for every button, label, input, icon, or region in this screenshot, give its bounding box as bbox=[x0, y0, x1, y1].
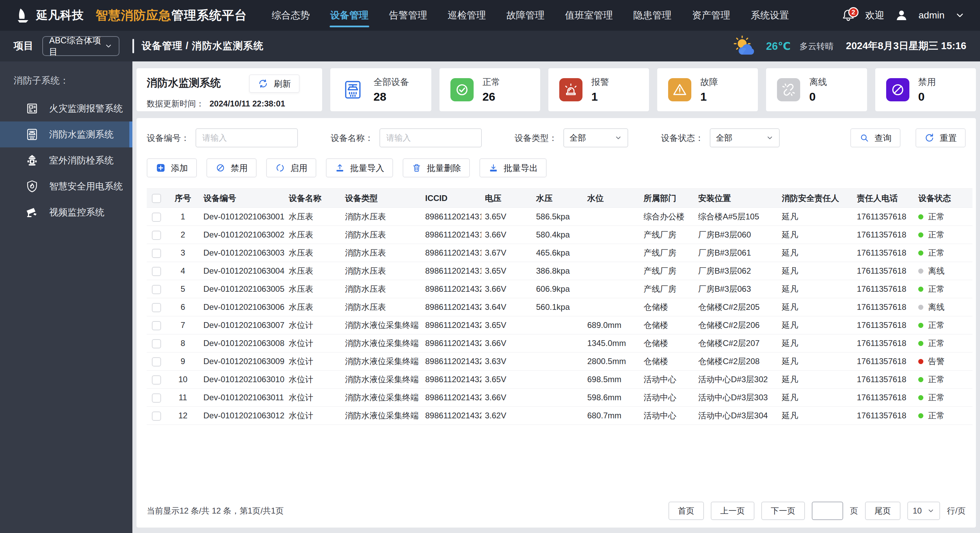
last-page-button[interactable]: 尾页 bbox=[865, 501, 900, 520]
cell-code: Dev-01012021063010 bbox=[200, 371, 285, 389]
user-menu-chevron-down-icon[interactable] bbox=[955, 10, 965, 21]
cell-phone: 17611357618 bbox=[853, 389, 915, 407]
search-button[interactable]: 查询 bbox=[850, 128, 900, 147]
nav-item-overview[interactable]: 综合态势 bbox=[271, 5, 310, 25]
cell-dept: 仓储楼 bbox=[640, 334, 695, 353]
company-logo-icon bbox=[15, 7, 32, 24]
project-select[interactable]: ABC综合体项目 bbox=[42, 36, 119, 56]
cell-name: 水位计 bbox=[285, 316, 342, 334]
row-checkbox[interactable] bbox=[152, 375, 161, 385]
cell-code: Dev-01012021063005 bbox=[200, 280, 285, 298]
nav-item-hazard[interactable]: 隐患管理 bbox=[633, 5, 672, 25]
user-avatar-icon[interactable] bbox=[895, 8, 908, 22]
ban-outline-icon bbox=[215, 163, 226, 173]
chevron-down-icon bbox=[614, 134, 622, 142]
status-text: 正常 bbox=[928, 284, 945, 293]
sidebar-item-electric-safety[interactable]: 智慧安全用电系统 bbox=[0, 173, 132, 199]
device-no-input[interactable] bbox=[196, 128, 298, 147]
cell-type: 消防水压表 bbox=[342, 280, 422, 298]
row-checkbox[interactable] bbox=[152, 321, 161, 330]
sidebar-item-water-monitor[interactable]: 消防水监测系统 bbox=[0, 121, 132, 147]
select-all-checkbox[interactable] bbox=[152, 194, 161, 203]
shower-device-icon bbox=[342, 79, 364, 101]
cell-level: 598.6mm bbox=[584, 389, 640, 407]
row-checkbox[interactable] bbox=[152, 285, 161, 294]
row-checkbox[interactable] bbox=[152, 339, 161, 348]
nav-item-fault[interactable]: 故障管理 bbox=[506, 5, 545, 25]
body-row: 消防子系统： 火灾监测报警系统消防水监测系统室外消防栓系统智慧安全用电系统视频监… bbox=[0, 61, 980, 533]
nav-item-inspection[interactable]: 巡检管理 bbox=[447, 5, 487, 25]
cell-phone: 17611357618 bbox=[853, 353, 915, 371]
page-number-input[interactable] bbox=[812, 501, 843, 520]
batch-import-button[interactable]: 批量导入 bbox=[326, 158, 393, 177]
sidebar-item-label: 室外消防栓系统 bbox=[49, 154, 114, 167]
cell-dept: 仓储楼 bbox=[640, 298, 695, 316]
cell-type: 消防水液位采集终端 bbox=[342, 334, 422, 353]
cell-voltage: 3.65V bbox=[482, 262, 533, 280]
sidebar-item-fire-alarm[interactable]: 火灾监测报警系统 bbox=[0, 95, 132, 121]
notification-bell-icon[interactable]: 2 bbox=[842, 8, 855, 22]
status-text: 告警 bbox=[928, 356, 945, 366]
device-status-select[interactable]: 全部 bbox=[710, 128, 780, 147]
disable-button[interactable]: 禁用 bbox=[207, 158, 256, 177]
cell-type: 消防水压表 bbox=[342, 298, 422, 316]
device-name-input[interactable] bbox=[379, 128, 482, 147]
batch-export-button[interactable]: 批量导出 bbox=[479, 158, 547, 177]
cell-location: 厂房B#3层060 bbox=[695, 226, 778, 244]
first-page-button[interactable]: 首页 bbox=[668, 501, 704, 520]
check-circle-icon bbox=[454, 82, 470, 98]
row-checkbox[interactable] bbox=[152, 267, 161, 276]
platform-title-highlight: 智慧消防应急 bbox=[95, 8, 171, 22]
row-checkbox[interactable] bbox=[152, 412, 161, 421]
temperature: 26℃ bbox=[766, 40, 791, 53]
cell-phone: 17611357618 bbox=[853, 371, 915, 389]
nav-item-device[interactable]: 设备管理 bbox=[329, 5, 369, 25]
device-type-select[interactable]: 全部 bbox=[563, 128, 628, 147]
cell-no: 1 bbox=[166, 208, 200, 226]
company-name: 延凡科技 bbox=[36, 8, 84, 23]
row-checkbox[interactable] bbox=[152, 231, 161, 240]
nav-item-duty[interactable]: 值班室管理 bbox=[565, 5, 614, 25]
cell-code: Dev-01012021063012 bbox=[200, 407, 285, 425]
add-button[interactable]: 添加 bbox=[147, 158, 197, 177]
cell-level bbox=[584, 280, 640, 298]
row-checkbox[interactable] bbox=[152, 249, 161, 258]
status-text: 正常 bbox=[928, 212, 945, 221]
row-checkbox[interactable] bbox=[152, 357, 161, 366]
status-dot bbox=[918, 250, 923, 256]
table-row: 9Dev-01012021063009水位计消防水液位采集终端898611202… bbox=[147, 353, 972, 371]
cell-dept: 产线厂房 bbox=[640, 226, 695, 244]
refresh-label: 刷新 bbox=[274, 78, 291, 89]
sidebar-item-video[interactable]: 视频监控系统 bbox=[0, 199, 132, 225]
status-dot bbox=[918, 395, 923, 400]
cell-voltage: 3.62V bbox=[482, 407, 533, 425]
page-size-select[interactable]: 10 bbox=[907, 501, 940, 520]
nav-item-settings[interactable]: 系统设置 bbox=[750, 5, 790, 25]
cell-iccid: 89861120214319 bbox=[422, 262, 482, 280]
reset-button[interactable]: 重置 bbox=[915, 128, 966, 147]
cell-location: 仓储楼C#2层206 bbox=[695, 316, 778, 334]
row-checkbox[interactable] bbox=[152, 393, 161, 403]
next-page-button[interactable]: 下一页 bbox=[761, 501, 805, 520]
nav-item-asset[interactable]: 资产管理 bbox=[691, 5, 731, 25]
prev-page-button[interactable]: 上一页 bbox=[711, 501, 754, 520]
cell-code: Dev-01012021063002 bbox=[200, 226, 285, 244]
cell-pressure bbox=[533, 407, 584, 425]
cell-status: 离线 bbox=[915, 298, 972, 316]
search-icon bbox=[859, 133, 869, 143]
nav-item-alarm[interactable]: 告警管理 bbox=[388, 5, 428, 25]
warning-triangle-icon bbox=[672, 82, 687, 98]
sidebar-item-hydrant[interactable]: 室外消防栓系统 bbox=[0, 147, 132, 173]
stat-value: 0 bbox=[809, 90, 827, 103]
row-checkbox[interactable] bbox=[152, 213, 161, 222]
sun-cloud-weather-icon bbox=[732, 35, 759, 57]
refresh-button[interactable]: 刷新 bbox=[249, 75, 300, 93]
enable-button[interactable]: 启用 bbox=[266, 158, 316, 177]
cell-level: 698.5mm bbox=[584, 371, 640, 389]
enable-button-label: 启用 bbox=[290, 162, 307, 174]
batch-delete-button[interactable]: 批量删除 bbox=[402, 158, 470, 177]
row-checkbox[interactable] bbox=[152, 303, 161, 312]
cell-status: 告警 bbox=[915, 353, 972, 371]
status-text: 离线 bbox=[928, 266, 945, 275]
batch-export-button-label: 批量导出 bbox=[504, 162, 538, 174]
